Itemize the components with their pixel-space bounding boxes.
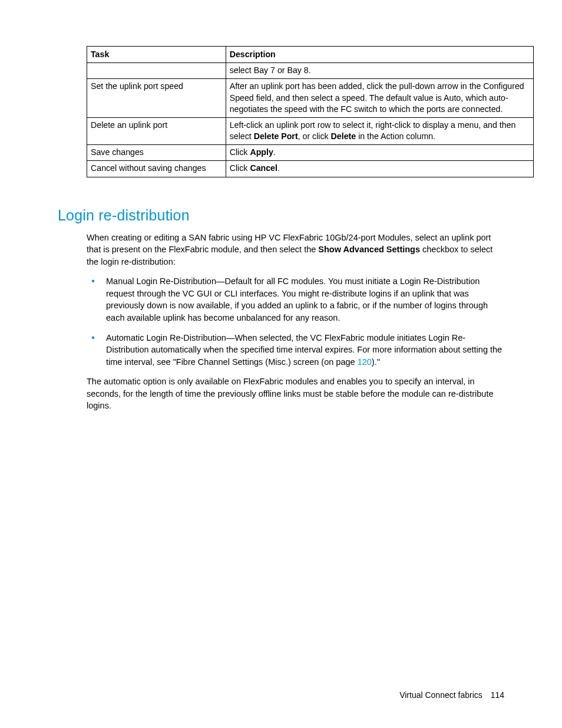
footer-page-number: 114 — [491, 690, 504, 700]
footer-section-name: Virtual Connect fabrics — [399, 690, 482, 700]
table-row: Set the uplink port speed After an uplin… — [87, 79, 534, 118]
description-cell: Click Cancel. — [226, 161, 533, 177]
outro-paragraph: The automatic option is only available o… — [87, 375, 504, 412]
page-link-120[interactable]: 120 — [358, 357, 372, 367]
task-cell: Save changes — [87, 145, 226, 161]
list-item: Manual Login Re-Distribution—Default for… — [87, 275, 504, 324]
table-row: Save changes Click Apply. — [87, 145, 534, 161]
table-row: Delete an uplink port Left-click an upli… — [87, 117, 534, 144]
task-cell: Delete an uplink port — [87, 117, 226, 144]
table-header-description: Description — [226, 47, 533, 63]
task-cell — [87, 63, 226, 79]
bullet-list: Manual Login Re-Distribution—Default for… — [87, 275, 504, 368]
page-footer: Virtual Connect fabrics 114 — [399, 690, 504, 700]
description-cell: Left-click an uplink port row to select … — [226, 117, 533, 144]
description-cell: select Bay 7 or Bay 8. — [226, 63, 533, 79]
table-header-task: Task — [87, 47, 226, 63]
list-item: Automatic Login Re-Distribution—When sel… — [87, 332, 504, 368]
task-description-table: Task Description select Bay 7 or Bay 8. … — [87, 46, 534, 177]
description-cell: Click Apply. — [226, 145, 533, 161]
task-cell: Set the uplink port speed — [87, 79, 226, 118]
section-heading-login-redistribution: Login re-distribution — [58, 207, 504, 224]
intro-paragraph: When creating or editing a SAN fabric us… — [87, 232, 504, 268]
task-cell: Cancel without saving changes — [87, 161, 226, 177]
description-cell: After an uplink port has been added, cli… — [226, 79, 533, 118]
table-row: select Bay 7 or Bay 8. — [87, 63, 534, 79]
table-row: Cancel without saving changes Click Canc… — [87, 161, 534, 177]
